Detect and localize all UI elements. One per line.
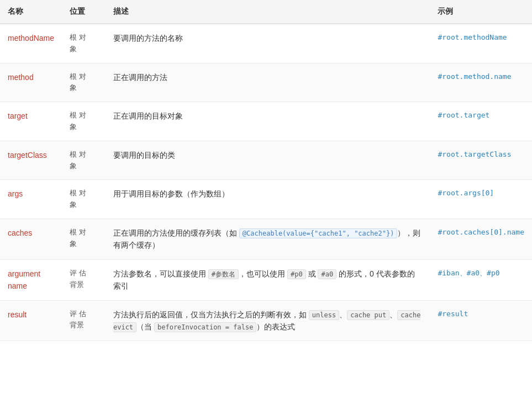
header-description: 描述 bbox=[106, 0, 430, 24]
main-table: 名称 位置 描述 示例 methodName根 对象要调用的方法的名称#root… bbox=[0, 0, 532, 341]
cell-example: #result bbox=[430, 300, 532, 341]
cell-position: 根 对象 bbox=[62, 219, 106, 259]
table-row: targetClass根 对象要调用的目标的类#root.targetClass bbox=[0, 141, 532, 180]
cell-name: argument name bbox=[0, 259, 62, 300]
cell-name: caches bbox=[0, 219, 62, 259]
cell-description: 用于调用目标的参数（作为数组） bbox=[106, 180, 430, 219]
cell-example: #root.method.name bbox=[430, 63, 532, 102]
cell-example: #root.caches[0].name bbox=[430, 219, 532, 259]
cell-name: targetClass bbox=[0, 141, 62, 180]
cell-position: 评 估背景 bbox=[62, 300, 106, 341]
cell-description: 要调用的目标的类 bbox=[106, 141, 430, 180]
cell-example: #root.target bbox=[430, 102, 532, 141]
cell-description: 要调用的方法的名称 bbox=[106, 24, 430, 63]
cell-position: 根 对象 bbox=[62, 102, 106, 141]
table-row: target根 对象正在调用的目标对象#root.target bbox=[0, 102, 532, 141]
table-row: argument name评 估背景方法参数名，可以直接使用 #参数名，也可以使… bbox=[0, 259, 532, 300]
cell-name: result bbox=[0, 300, 62, 341]
header-name: 名称 bbox=[0, 0, 62, 24]
cell-position: 评 估背景 bbox=[62, 259, 106, 300]
cell-description: 正在调用的方法使用的缓存列表（如 @Cacheable(value={"cach… bbox=[106, 219, 430, 259]
table-row: methodName根 对象要调用的方法的名称#root.methodName bbox=[0, 24, 532, 63]
table-row: result评 估背景方法执行后的返回值，仅当方法执行之后的判断有效，如 unl… bbox=[0, 300, 532, 341]
cell-description: 正在调用的目标对象 bbox=[106, 102, 430, 141]
cell-name: methodName bbox=[0, 24, 62, 63]
header-position: 位置 bbox=[62, 0, 106, 24]
cell-name: method bbox=[0, 63, 62, 102]
cell-example: #root.args[0] bbox=[430, 180, 532, 219]
header-example: 示例 bbox=[430, 0, 532, 24]
cell-description: 正在调用的方法 bbox=[106, 63, 430, 102]
cell-description: 方法执行后的返回值，仅当方法执行之后的判断有效，如 unless、cache p… bbox=[106, 300, 430, 341]
table-row: method根 对象正在调用的方法#root.method.name bbox=[0, 63, 532, 102]
cell-name: args bbox=[0, 180, 62, 219]
cell-position: 根 对象 bbox=[62, 141, 106, 180]
cell-position: 根 对象 bbox=[62, 180, 106, 219]
cell-position: 根 对象 bbox=[62, 63, 106, 102]
table-row: caches根 对象正在调用的方法使用的缓存列表（如 @Cacheable(va… bbox=[0, 219, 532, 259]
cell-description: 方法参数名，可以直接使用 #参数名，也可以使用 #p0 或 #a0 的形式，0 … bbox=[106, 259, 430, 300]
cell-name: target bbox=[0, 102, 62, 141]
cell-position: 根 对象 bbox=[62, 24, 106, 63]
table-row: args根 对象用于调用目标的参数（作为数组）#root.args[0] bbox=[0, 180, 532, 219]
cell-example: #iban、#a0、#p0 bbox=[430, 259, 532, 300]
cell-example: #root.methodName bbox=[430, 24, 532, 63]
cell-example: #root.targetClass bbox=[430, 141, 532, 180]
